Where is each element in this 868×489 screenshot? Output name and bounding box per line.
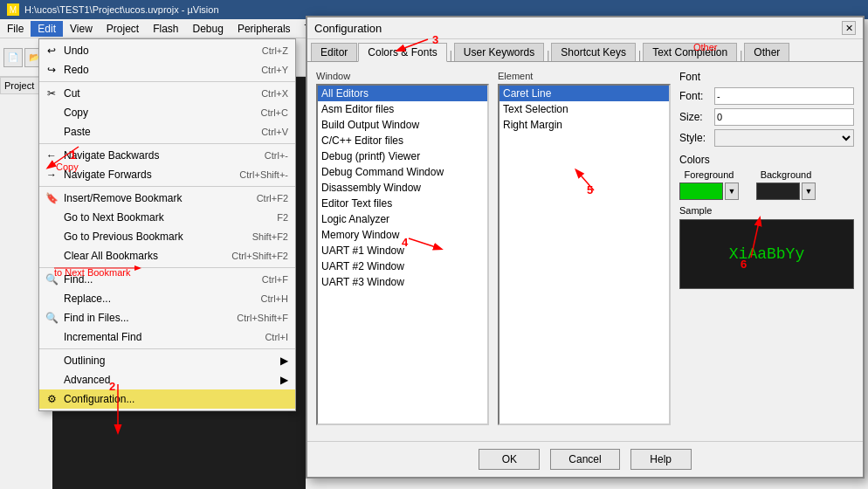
menu-item-outlining[interactable]: Outlining ▶ bbox=[39, 351, 295, 370]
font-size-input[interactable] bbox=[714, 108, 854, 126]
font-section-label: Font bbox=[679, 71, 854, 83]
replace-shortcut: Ctrl+H bbox=[261, 293, 288, 304]
paste-icon bbox=[45, 125, 59, 139]
tab-shortcut-keys[interactable]: Shortcut Keys bbox=[551, 43, 636, 61]
window-item-disassembly[interactable]: Disassembly Window bbox=[318, 180, 487, 196]
menu-project[interactable]: Project bbox=[100, 21, 146, 37]
advanced-label: Advanced bbox=[64, 374, 110, 386]
nav-fwd-shortcut: Ctrl+Shift+- bbox=[239, 169, 288, 180]
paste-label: Paste bbox=[64, 126, 91, 138]
foreground-col: Foreground ▼ bbox=[679, 169, 739, 200]
menu-item-redo[interactable]: ↪ Redo Ctrl+Y bbox=[39, 60, 295, 79]
tab-bar: Editor Colors & Fonts | User Keywords | … bbox=[307, 39, 863, 62]
find-files-shortcut: Ctrl+Shift+F bbox=[237, 313, 288, 323]
separator-2 bbox=[39, 143, 295, 144]
window-item-debug-cmd[interactable]: Debug Command Window bbox=[318, 164, 487, 180]
cut-shortcut: Ctrl+X bbox=[261, 88, 288, 99]
menu-item-clear-bookmarks[interactable]: Clear All Bookmarks Ctrl+Shift+F2 bbox=[39, 246, 295, 265]
cut-icon: ✂ bbox=[45, 86, 59, 100]
window-panel: Window All Editors Asm Editor files Buil… bbox=[316, 71, 489, 425]
background-color-box[interactable] bbox=[756, 183, 800, 200]
window-item-cpp[interactable]: C/C++ Editor files bbox=[318, 133, 487, 148]
menu-peripherals[interactable]: Peripherals bbox=[231, 21, 298, 37]
help-button[interactable]: Help bbox=[630, 449, 692, 470]
window-item-uart3[interactable]: UART #3 Window bbox=[318, 274, 487, 290]
separator-5 bbox=[39, 348, 295, 349]
tab-text-completion[interactable]: Text Completion bbox=[643, 43, 737, 61]
find-files-label: Find in Files... bbox=[64, 312, 129, 324]
element-item-text-selection[interactable]: Text Selection bbox=[499, 101, 669, 117]
menu-item-next-bookmark[interactable]: Go to Next Bookmark F2 bbox=[39, 208, 295, 227]
toolbar-btn-1[interactable]: 📄 bbox=[3, 48, 23, 67]
element-item-right-margin[interactable]: Right Margin bbox=[499, 117, 669, 133]
window-item-uart2[interactable]: UART #2 Window bbox=[318, 258, 487, 274]
tab-user-keywords[interactable]: User Keywords bbox=[454, 43, 544, 61]
tab-colors-fonts[interactable]: Colors & Fonts bbox=[358, 43, 446, 62]
menu-item-paste[interactable]: Paste Ctrl+V bbox=[39, 122, 295, 141]
tab-other[interactable]: Other bbox=[744, 43, 789, 61]
sample-section: Sample XiAaBbYy bbox=[679, 205, 854, 289]
dialog-buttons: OK Cancel Help bbox=[307, 441, 863, 477]
menu-item-advanced[interactable]: Advanced ▶ bbox=[39, 370, 295, 389]
window-item-uart1[interactable]: UART #1 Window bbox=[318, 243, 487, 258]
font-style-select[interactable]: Bold Italic bbox=[714, 129, 854, 147]
cancel-button[interactable]: Cancel bbox=[550, 449, 619, 470]
menu-item-incremental-find[interactable]: Incremental Find Ctrl+I bbox=[39, 327, 295, 347]
nav-back-shortcut: Ctrl+- bbox=[265, 150, 288, 161]
background-col: Background ▼ bbox=[756, 169, 816, 200]
font-name-input[interactable] bbox=[714, 87, 854, 105]
element-list[interactable]: Caret Line Text Selection Right Margin bbox=[498, 84, 671, 425]
menu-item-bookmark-toggle[interactable]: 🔖 Insert/Remove Bookmark Ctrl+F2 bbox=[39, 189, 295, 208]
tab-editor[interactable]: Editor bbox=[311, 43, 357, 61]
find-icon: 🔍 bbox=[45, 272, 59, 286]
menu-item-configuration[interactable]: ⚙ Configuration... bbox=[39, 389, 295, 409]
window-item-logic-analyzer[interactable]: Logic Analyzer bbox=[318, 211, 487, 227]
menu-view[interactable]: View bbox=[63, 21, 100, 37]
outlining-label: Outlining bbox=[64, 355, 105, 367]
window-item-debug-printf[interactable]: Debug (printf) Viewer bbox=[318, 148, 487, 164]
configuration-dialog: Configuration ✕ Editor Colors & Fonts | … bbox=[306, 16, 865, 479]
bookmark-toggle-shortcut: Ctrl+F2 bbox=[257, 193, 288, 203]
edit-dropdown-menu: ↩ Undo Ctrl+Z ↪ Redo Ctrl+Y ✂ Cut Ctrl+X… bbox=[38, 38, 296, 411]
foreground-color-box[interactable] bbox=[679, 183, 723, 200]
font-panel: Font Font: Size: Style: Bold bbox=[679, 71, 854, 425]
menu-item-find[interactable]: 🔍 Find... Ctrl+F bbox=[39, 270, 295, 289]
window-item-asm[interactable]: Asm Editor files bbox=[318, 101, 487, 117]
menu-item-prev-bookmark[interactable]: Go to Previous Bookmark Shift+F2 bbox=[39, 227, 295, 246]
window-item-memory[interactable]: Memory Window bbox=[318, 227, 487, 243]
menu-item-navigate-fwd[interactable]: → Navigate Forwards Ctrl+Shift+- bbox=[39, 165, 295, 184]
window-item-editor-text[interactable]: Editor Text files bbox=[318, 196, 487, 211]
foreground-color-btn[interactable]: ▼ bbox=[725, 183, 739, 200]
window-list[interactable]: All Editors Asm Editor files Build Outpu… bbox=[316, 84, 489, 425]
window-item-build-output[interactable]: Build Output Window bbox=[318, 117, 487, 133]
menu-item-navigate-back[interactable]: ← Navigate Backwards Ctrl+- bbox=[39, 146, 295, 165]
dialog-close-button[interactable]: ✕ bbox=[842, 21, 856, 35]
separator-4 bbox=[39, 267, 295, 268]
find-files-icon: 🔍 bbox=[45, 311, 59, 325]
font-name-label: Font: bbox=[679, 90, 714, 102]
menu-item-replace[interactable]: Replace... Ctrl+H bbox=[39, 289, 295, 308]
menu-bar: File Edit View Project Flash Debug Perip… bbox=[0, 19, 306, 38]
title-text: H:\ucos\TEST1\Project\ucos.uvprojx - µVi… bbox=[24, 4, 219, 15]
background-color-btn[interactable]: ▼ bbox=[802, 183, 816, 200]
element-item-caret-line[interactable]: Caret Line bbox=[499, 86, 669, 101]
menu-file[interactable]: File bbox=[0, 21, 31, 37]
menu-flash[interactable]: Flash bbox=[146, 21, 185, 37]
sample-text: XiAaBbYy bbox=[729, 245, 804, 263]
ok-button[interactable]: OK bbox=[479, 449, 540, 470]
window-item-all-editors[interactable]: All Editors bbox=[318, 86, 487, 101]
dialog-title: Configuration bbox=[314, 22, 382, 35]
next-bookmark-label: Go to Next Bookmark bbox=[64, 211, 164, 224]
nav-fwd-icon: → bbox=[45, 168, 59, 182]
paste-shortcut: Ctrl+V bbox=[261, 127, 288, 137]
menu-debug[interactable]: Debug bbox=[186, 21, 231, 37]
menu-item-copy[interactable]: Copy Ctrl+C bbox=[39, 103, 295, 122]
background-picker: ▼ bbox=[756, 183, 816, 200]
dialog-titlebar: Configuration ✕ bbox=[307, 17, 863, 39]
menu-item-cut[interactable]: ✂ Cut Ctrl+X bbox=[39, 84, 295, 103]
window-panel-label: Window bbox=[316, 71, 489, 81]
menu-item-undo[interactable]: ↩ Undo Ctrl+Z bbox=[39, 41, 295, 60]
replace-label: Replace... bbox=[64, 293, 111, 305]
menu-item-find-files[interactable]: 🔍 Find in Files... Ctrl+Shift+F bbox=[39, 308, 295, 327]
menu-edit[interactable]: Edit bbox=[31, 21, 63, 37]
